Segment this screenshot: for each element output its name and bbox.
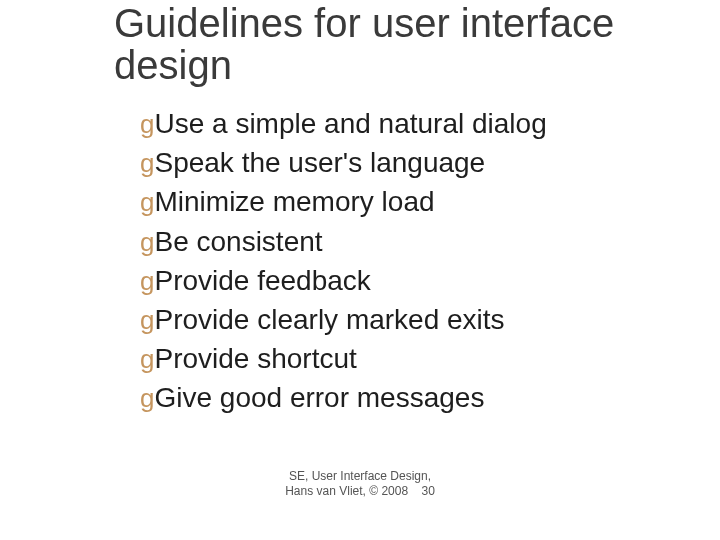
list-item-text: Use a simple and natural dialog xyxy=(154,108,546,139)
bullet-icon: g xyxy=(140,383,154,413)
slide-title: Guidelines for user interface design xyxy=(114,2,654,86)
bullet-icon: g xyxy=(140,109,154,139)
footer-line-1: SE, User Interface Design, xyxy=(0,469,720,485)
list-item: gProvide feedback xyxy=(140,261,640,300)
bullet-icon: g xyxy=(140,305,154,335)
list-item-text: Provide shortcut xyxy=(154,343,356,374)
bullet-icon: g xyxy=(140,148,154,178)
footer-line-2: Hans van Vliet, © 2008 xyxy=(285,484,408,498)
list-item: gProvide clearly marked exits xyxy=(140,300,640,339)
list-item: gUse a simple and natural dialog xyxy=(140,104,640,143)
bullet-icon: g xyxy=(140,227,154,257)
bullet-list: gUse a simple and natural dialog gSpeak … xyxy=(140,104,640,418)
list-item-text: Minimize memory load xyxy=(154,186,434,217)
slide-footer: SE, User Interface Design, Hans van Vlie… xyxy=(0,469,720,500)
bullet-icon: g xyxy=(140,187,154,217)
list-item: gGive good error messages xyxy=(140,378,640,417)
list-item: gProvide shortcut xyxy=(140,339,640,378)
list-item: gMinimize memory load xyxy=(140,182,640,221)
bullet-icon: g xyxy=(140,266,154,296)
bullet-icon: g xyxy=(140,344,154,374)
list-item-text: Provide feedback xyxy=(154,265,370,296)
list-item-text: Be consistent xyxy=(154,226,322,257)
page-number: 30 xyxy=(421,484,434,498)
slide: Guidelines for user interface design gUs… xyxy=(0,0,720,540)
list-item-text: Provide clearly marked exits xyxy=(154,304,504,335)
list-item: gBe consistent xyxy=(140,222,640,261)
list-item-text: Speak the user's language xyxy=(154,147,485,178)
list-item: gSpeak the user's language xyxy=(140,143,640,182)
list-item-text: Give good error messages xyxy=(154,382,484,413)
